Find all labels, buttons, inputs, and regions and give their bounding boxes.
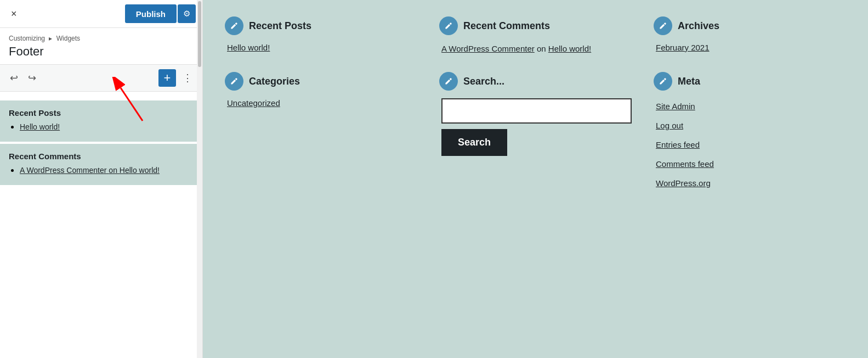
widget-meta-header: Meta — [654, 72, 846, 91]
pencil-icon — [444, 21, 453, 30]
categories-uncategorized[interactable]: Uncategorized — [227, 98, 417, 108]
widget-search: Search... Search — [439, 72, 632, 191]
meta-site-admin[interactable]: Site Admin — [656, 102, 846, 111]
publish-button[interactable]: Publish — [125, 4, 177, 23]
sidebar-comment-post-link[interactable]: Hello world! — [120, 166, 160, 175]
widget-recent-comments-content: A WordPress Commenter on Hello world! — [439, 43, 632, 55]
breadcrumb-widgets[interactable]: Widgets — [56, 35, 80, 42]
redo-button[interactable]: ↪ — [25, 70, 39, 86]
sidebar-widgets-area: Recent Posts Hello world! Recent Comment… — [0, 92, 202, 358]
more-options-button[interactable]: ⋮ — [179, 70, 196, 86]
edit-recent-posts-button[interactable] — [225, 16, 243, 35]
scrollbar[interactable] — [197, 0, 202, 358]
breadcrumb-area: Customizing ▸ Widgets Footer — [0, 28, 202, 65]
widget-recent-comments-title: Recent Comments — [463, 20, 550, 32]
widget-recent-posts-title: Recent Posts — [249, 20, 311, 32]
edit-archives-button[interactable] — [654, 16, 672, 35]
top-bar: × Publish ⚙ — [0, 0, 202, 28]
breadcrumb: Customizing ▸ Widgets — [9, 35, 194, 42]
widget-search-header: Search... — [439, 72, 632, 91]
sidebar-recent-posts-title: Recent Posts — [9, 108, 194, 118]
widget-categories-title: Categories — [249, 76, 300, 87]
archives-feb-2021[interactable]: February 2021 — [656, 43, 846, 52]
close-button[interactable]: × — [7, 6, 21, 22]
widget-archives-header: Archives — [654, 16, 846, 35]
edit-search-button[interactable] — [439, 72, 458, 91]
meta-log-out[interactable]: Log out — [656, 121, 846, 130]
sidebar-recent-posts-section: Recent Posts Hello world! — [0, 100, 202, 142]
widget-archives-content: February 2021 — [654, 43, 846, 52]
meta-comments-feed[interactable]: Comments feed — [656, 159, 846, 169]
left-panel: × Publish ⚙ Customizing ▸ Widgets Footer… — [0, 0, 203, 358]
list-item: A WordPress Commenter on Hello world! — [20, 165, 194, 175]
widget-recent-posts: Recent Posts Hello world! — [225, 16, 417, 55]
sidebar-recent-comments-title: Recent Comments — [9, 152, 194, 161]
sidebar-recent-comments-list: A WordPress Commenter on Hello world! — [9, 165, 194, 175]
recent-posts-hello-world[interactable]: Hello world! — [227, 43, 417, 52]
widget-meta-title: Meta — [678, 76, 700, 87]
search-button[interactable]: Search — [441, 129, 507, 156]
edit-categories-button[interactable] — [225, 72, 243, 91]
pencil-icon — [659, 77, 667, 86]
comment-text: A WordPress Commenter on Hello world! — [441, 43, 632, 55]
undo-button[interactable]: ↩ — [7, 70, 21, 86]
breadcrumb-customizing[interactable]: Customizing — [9, 35, 45, 42]
comment-on-text: on — [109, 166, 119, 175]
pencil-icon — [444, 77, 453, 86]
meta-wordpress-org[interactable]: WordPress.org — [656, 178, 846, 188]
footer-widgets-grid: Recent Posts Hello world! Recent Comment… — [225, 16, 846, 191]
comment-author-link[interactable]: A WordPress Commenter — [441, 44, 535, 53]
pencil-icon — [230, 21, 239, 30]
widget-meta-content: Site Admin Log out Entries feed Comments… — [654, 98, 846, 191]
widget-recent-posts-content: Hello world! — [225, 43, 417, 52]
main-content: Recent Posts Hello world! Recent Comment… — [203, 0, 868, 358]
widget-meta: Meta Site Admin Log out Entries feed Com… — [654, 72, 846, 191]
add-widget-button[interactable]: + — [158, 69, 176, 87]
widget-search-title: Search... — [463, 76, 504, 87]
sidebar-comment-item: A WordPress Commenter on Hello world! — [20, 166, 160, 175]
meta-entries-feed[interactable]: Entries feed — [656, 140, 846, 149]
edit-recent-comments-button[interactable] — [439, 16, 458, 35]
sidebar-commenter-link[interactable]: A WordPress Commenter — [20, 166, 106, 175]
widget-recent-comments: Recent Comments A WordPress Commenter on… — [439, 16, 632, 55]
sidebar-recent-posts-list: Hello world! — [9, 122, 194, 132]
widget-archives: Archives February 2021 — [654, 16, 846, 55]
sidebar-recent-comments-section: Recent Comments A WordPress Commenter on… — [0, 144, 202, 185]
comment-post-link[interactable]: Hello world! — [548, 44, 591, 53]
widget-categories-header: Categories — [225, 72, 417, 91]
breadcrumb-arrow: ▸ — [49, 35, 52, 42]
pencil-icon — [659, 21, 667, 30]
widget-recent-comments-header: Recent Comments — [439, 16, 632, 35]
scrollbar-thumb[interactable] — [198, 1, 201, 67]
gear-button[interactable]: ⚙ — [178, 4, 196, 23]
widget-search-content: Search — [439, 98, 632, 156]
sidebar-hello-world-link[interactable]: Hello world! — [20, 122, 60, 131]
list-item: Hello world! — [20, 122, 194, 132]
pencil-icon — [230, 77, 239, 86]
page-title: Footer — [9, 44, 194, 59]
widget-recent-posts-header: Recent Posts — [225, 16, 417, 35]
widget-archives-title: Archives — [678, 20, 719, 32]
widget-categories: Categories Uncategorized — [225, 72, 417, 191]
toolbar: ↩ ↪ + ⋮ — [0, 65, 202, 92]
search-input[interactable] — [441, 98, 632, 124]
comment-on-word: on — [537, 44, 548, 53]
widget-categories-content: Uncategorized — [225, 98, 417, 108]
edit-meta-button[interactable] — [654, 72, 672, 91]
